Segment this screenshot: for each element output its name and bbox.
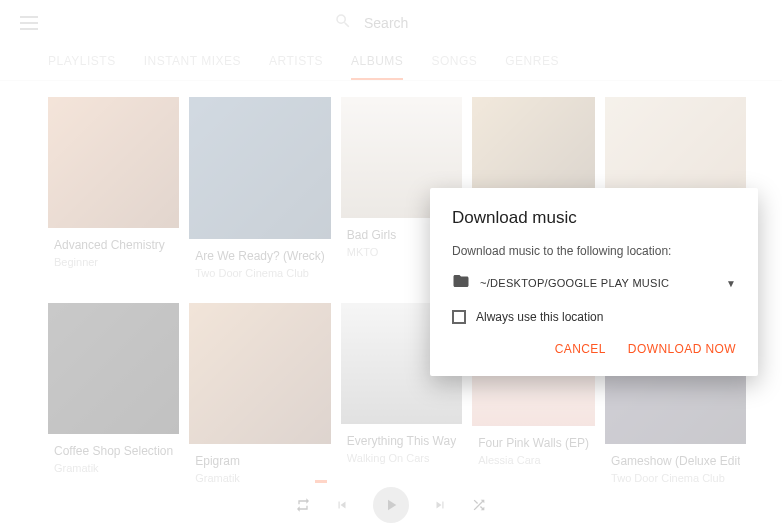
dialog-subtitle: Download music to the following location… [452, 244, 736, 258]
location-selector[interactable]: ~/DESKTOP/GOOGLE PLAY MUSIC ▼ [452, 272, 736, 294]
shuffle-icon[interactable] [471, 497, 487, 513]
location-path: ~/DESKTOP/GOOGLE PLAY MUSIC [480, 277, 716, 289]
cancel-button[interactable]: CANCEL [555, 336, 606, 362]
player-bar [0, 483, 782, 527]
checkbox-label: Always use this location [476, 310, 603, 324]
repeat-icon[interactable] [295, 497, 311, 513]
dialog-actions: CANCEL DOWNLOAD NOW [452, 336, 736, 362]
always-use-checkbox[interactable]: Always use this location [452, 310, 736, 324]
download-now-button[interactable]: DOWNLOAD NOW [628, 336, 736, 362]
download-dialog: Download music Download music to the fol… [430, 188, 758, 376]
previous-icon[interactable] [335, 498, 349, 512]
checkbox-icon [452, 310, 466, 324]
play-button[interactable] [373, 487, 409, 523]
chevron-down-icon: ▼ [726, 278, 736, 289]
next-icon[interactable] [433, 498, 447, 512]
dialog-title: Download music [452, 208, 736, 228]
folder-icon [452, 272, 470, 294]
